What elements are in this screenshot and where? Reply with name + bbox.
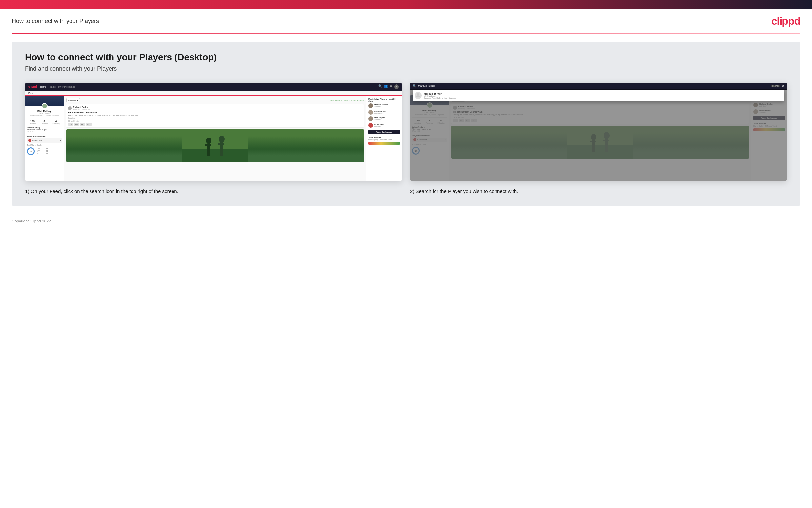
profile-name: Blair McHarg <box>27 110 62 112</box>
mini-left-panel: Blair McHarg Golf Coach Mill Ride Golf C… <box>25 96 64 181</box>
tag-app: APP <box>74 123 79 126</box>
activity-title: Pre Tournament Course Walk <box>68 111 363 114</box>
activity-card: Richard Butler Yesterday - The Grove Pre… <box>66 104 364 127</box>
bar-arg-value: 64 <box>46 153 48 155</box>
nav-item-my-performance[interactable]: My Performance <box>58 86 75 88</box>
copyright-text: Copyright Clippd 2022 <box>12 219 51 223</box>
feed-tab-1[interactable]: Feed <box>25 91 402 96</box>
search-icon[interactable]: 🔍 <box>378 84 382 89</box>
golfers-svg <box>66 129 364 162</box>
team-heatmap-title: Team Heatmap <box>368 136 400 138</box>
search-result-info: Marcus Turner 1-5 Handicap Cypress Point… <box>424 92 456 99</box>
bar-arg-label: ARG <box>37 153 43 155</box>
top-bar <box>0 0 812 9</box>
bar-app-label: APP <box>37 150 43 152</box>
following-row: Following ▾ Control who can see your act… <box>66 98 364 102</box>
users-icon[interactable]: 👥 <box>384 84 388 89</box>
header-divider <box>12 33 800 34</box>
screenshot-frame-1: clippd Home Teams My Performance 🔍 👥 ⚙ B <box>25 83 402 181</box>
profile-avatar <box>42 103 48 109</box>
svg-rect-1 <box>182 149 248 162</box>
stat-followers-num: 3 <box>41 120 48 123</box>
chevron-down-icon[interactable]: ▾ <box>60 139 61 142</box>
main-content: How to connect with your Players (Deskto… <box>12 42 800 206</box>
profile-info: Blair McHarg Golf Coach Mill Ride Golf C… <box>27 110 62 116</box>
mini-app-body-1: Blair McHarg Golf Coach Mill Ride Golf C… <box>25 96 402 181</box>
mini-app-1: clippd Home Teams My Performance 🔍 👥 ⚙ B <box>25 83 402 181</box>
tag-arg: ARG <box>80 123 85 126</box>
bar-ott: OTT 79 <box>37 147 48 149</box>
player-select-avatar <box>28 139 32 142</box>
footer: Copyright Clippd 2022 <box>0 214 812 229</box>
score-circle: 84 <box>27 147 35 155</box>
search-result-club: Cypress Point Club, United Kingdom <box>424 97 456 99</box>
activity-user-info: Richard Butler Yesterday - The Grove <box>73 106 90 110</box>
screenshot-card-1: clippd Home Teams My Performance 🔍 👥 ⚙ B <box>25 83 402 195</box>
svg-point-7 <box>219 135 225 143</box>
golfers-image <box>66 129 364 162</box>
team-dashboard-btn[interactable]: Team Dashboard <box>368 130 400 134</box>
control-link[interactable]: Control who can see your activity and da… <box>330 99 364 101</box>
player-row-3: Hiral Pujara Activities: 3 <box>368 117 400 121</box>
stat-activities: 129 Activities <box>29 120 36 125</box>
screenshots-container: clippd Home Teams My Performance 🔍 👥 ⚙ B <box>25 83 787 195</box>
activity-user-name: Richard Butler <box>73 106 90 108</box>
latest-activity-date: 27 Jul 2022 <box>27 131 62 133</box>
tag-ott: OTT <box>68 123 73 126</box>
nav-avatar[interactable]: B <box>394 84 399 89</box>
player-acts-1: Activities: 7 <box>374 106 388 108</box>
activity-duration: Duration <box>68 117 363 119</box>
svg-point-2 <box>206 137 211 144</box>
activity-desc: Walking the course with my coach to buil… <box>68 114 363 116</box>
duration-label: Duration <box>68 117 75 119</box>
screenshot-caption-1: 1) On your Feed, click on the search ico… <box>25 181 402 195</box>
player-avatar-4 <box>368 123 373 128</box>
latest-activity-section: Latest Activity Afternoon round of golf … <box>27 127 62 133</box>
close-icon[interactable]: ✕ <box>782 84 784 88</box>
stat-following: 4 Following <box>52 120 59 125</box>
screenshot-frame-2: clippd Home Teams My Performance Feed <box>410 83 787 181</box>
player-select-1[interactable]: Eli Vincent ▾ <box>27 138 62 143</box>
clear-button[interactable]: CLEAR <box>771 85 780 87</box>
screenshot-caption-2: 2) Search for the Player you wish to con… <box>410 181 787 195</box>
svg-point-24 <box>417 93 420 96</box>
mini-middle-panel: Following ▾ Control who can see your act… <box>64 96 366 181</box>
mini-app-2: clippd Home Teams My Performance Feed <box>410 83 787 181</box>
search-result-item[interactable]: Marcus Turner 1-5 Handicap Cypress Point… <box>415 92 782 99</box>
player-info-2: Piers Parnell Activities: 4 <box>374 110 386 114</box>
search-icon-active: 🔍 <box>413 84 416 88</box>
svg-rect-6 <box>208 150 210 156</box>
nav-item-teams[interactable]: Teams <box>49 86 56 88</box>
svg-rect-11 <box>222 150 223 156</box>
stat-followers-label: Followers <box>41 123 48 125</box>
nav-item-home[interactable]: Home <box>40 86 47 88</box>
activity-tags: OTT APP ARG PUTT <box>68 123 363 126</box>
search-result-name: Marcus Turner <box>424 92 456 95</box>
stat-activities-label: Activities <box>29 123 36 125</box>
player-acts-2: Activities: 4 <box>374 112 386 114</box>
svg-rect-10 <box>221 150 222 156</box>
activity-user-avatar <box>68 106 72 110</box>
mini-right-panel: Most Active Players - Last 30 days Richa… <box>366 96 402 181</box>
player-info-3: Hiral Pujara Activities: 3 <box>374 117 385 121</box>
score-section: 84 OTT 79 APP <box>27 146 62 155</box>
mini-nav-items-1: Home Teams My Performance <box>40 86 76 88</box>
player-acts-3: Activities: 3 <box>374 119 385 121</box>
search-input-display[interactable]: Marcus Turner <box>418 84 769 87</box>
stat-following-label: Following <box>52 123 59 125</box>
bar-app: APP 70 <box>37 150 48 152</box>
most-active-title: Most Active Players - Last 30 days <box>368 98 400 102</box>
main-title: How to connect with your Players (Deskto… <box>25 52 787 63</box>
profile-banner <box>25 96 64 106</box>
following-button[interactable]: Following ▾ <box>66 98 80 102</box>
team-heatmap-bar <box>368 142 400 145</box>
stat-following-num: 4 <box>52 120 59 123</box>
activity-user-row: Richard Butler Yesterday - The Grove <box>68 106 363 110</box>
settings-icon[interactable]: ⚙ <box>390 84 392 89</box>
svg-rect-5 <box>207 150 208 156</box>
mini-logo-1: clippd <box>28 85 37 88</box>
bar-ott-value: 79 <box>46 147 48 149</box>
player-performance-title-1: Player Performance <box>27 135 62 137</box>
player-avatar-2 <box>368 110 373 115</box>
page-title: How to connect with your Players <box>12 18 99 25</box>
